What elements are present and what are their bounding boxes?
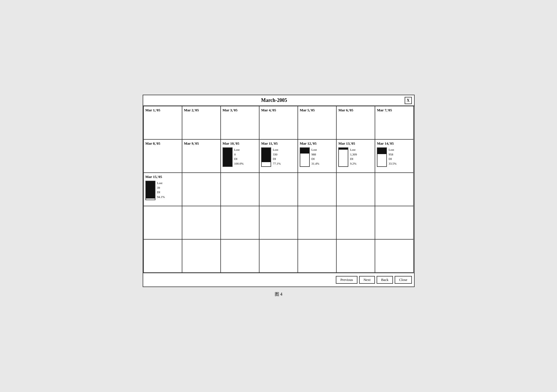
calendar-grid: Mar 1,'05Mar 2,'05Mar 3,'05Mar 4,'05Mar …	[143, 106, 414, 273]
bar-fill	[262, 148, 271, 162]
cell-date-label: Mar 7,'05	[377, 108, 412, 112]
calendar-cell[interactable]: Mar 13,'05Lost1,309DI9.2%	[337, 140, 375, 173]
calendar-cell[interactable]: Mar 10,'05Lost0DI100.0%	[221, 140, 259, 173]
calendar-cell[interactable]: Mar 1,'05	[144, 106, 182, 140]
calendar-cell[interactable]	[375, 240, 414, 273]
cell-date-label: Mar 14,'05	[377, 141, 412, 146]
calendar-window: March-2005 X Mar 1,'05Mar 2,'05Mar 3,'05…	[143, 95, 415, 287]
calendar-cell[interactable]	[375, 173, 414, 206]
previous-button[interactable]: Previous	[336, 276, 357, 284]
cell-data-content: Lost330DI77.1%	[261, 147, 296, 167]
calendar-cell[interactable]: Mar 7,'05	[375, 106, 414, 140]
bar-chart	[377, 147, 387, 167]
cell-date-label: Mar 1,'05	[145, 108, 180, 112]
calendar-cell[interactable]: Mar 6,'05	[337, 106, 375, 140]
cell-date-label: Mar 5,'05	[300, 108, 334, 112]
calendar-cell[interactable]: Mar 12,'05Lost988DI31.4%	[298, 140, 337, 173]
footer-buttons: PreviousNextBackClose	[143, 273, 414, 287]
figure-caption: 图 4	[275, 292, 283, 297]
calendar-cell[interactable]: Mar 9,'05	[182, 140, 221, 173]
calendar-cell[interactable]: Mar 3,'05	[221, 106, 259, 140]
cell-stats: Lost958DI33.5%	[389, 147, 396, 166]
bar-fill	[300, 148, 309, 154]
calendar-cell[interactable]: Mar 8,'05	[144, 140, 182, 173]
cell-data-content: Lost1,309DI9.2%	[338, 147, 373, 167]
calendar-cell[interactable]	[337, 240, 375, 273]
window-title: March-2005	[261, 97, 287, 103]
cell-stats: Lost988DI31.4%	[311, 147, 319, 166]
cell-date-label: Mar 12,'05	[300, 141, 334, 146]
calendar-cell[interactable]: Mar 4,'05	[259, 106, 298, 140]
calendar-cell[interactable]	[182, 173, 221, 206]
calendar-cell[interactable]: Mar 14,'05Lost958DI33.5%	[375, 140, 414, 173]
back-button[interactable]: Back	[377, 276, 393, 284]
bar-chart	[223, 147, 233, 167]
next-button[interactable]: Next	[359, 276, 375, 284]
calendar-cell[interactable]	[298, 240, 337, 273]
cell-date-label: Mar 8,'05	[145, 141, 180, 146]
calendar-cell[interactable]	[221, 206, 259, 240]
cell-stats: Lost39DI94.1%	[157, 181, 165, 199]
cell-stats: Lost1,309DI9.2%	[350, 147, 357, 166]
bar-chart	[145, 181, 155, 200]
bar-chart	[261, 147, 271, 167]
title-bar: March-2005 X	[143, 95, 414, 106]
cell-date-label: Mar 4,'05	[261, 108, 296, 112]
bar-chart	[300, 147, 310, 167]
cell-data-content: Lost958DI33.5%	[377, 147, 412, 167]
cell-date-label: Mar 10,'05	[223, 141, 257, 146]
calendar-cell[interactable]	[182, 240, 221, 273]
calendar-cell[interactable]: Mar 2,'05	[182, 106, 221, 140]
calendar-cell[interactable]	[144, 206, 182, 240]
calendar-cell[interactable]	[337, 173, 375, 206]
cell-data-content: Lost988DI31.4%	[300, 147, 334, 167]
cell-data-content: Lost39DI94.1%	[145, 181, 180, 200]
calendar-cell[interactable]	[298, 206, 337, 240]
calendar-cell[interactable]	[182, 206, 221, 240]
bar-fill	[339, 148, 348, 150]
cell-date-label: Mar 15,'05	[145, 175, 180, 179]
calendar-cell[interactable]	[298, 173, 337, 206]
calendar-cell[interactable]: Mar 15,'05Lost39DI94.1%	[144, 173, 182, 206]
cell-date-label: Mar 11,'05	[261, 141, 296, 146]
cell-date-label: Mar 9,'05	[184, 141, 219, 146]
bar-fill	[377, 148, 386, 154]
calendar-cell[interactable]	[337, 206, 375, 240]
close-icon-btn[interactable]: X	[405, 97, 412, 104]
cell-date-label: Mar 2,'05	[184, 108, 219, 112]
calendar-cell[interactable]: Mar 5,'05	[298, 106, 337, 140]
cell-stats: Lost330DI77.1%	[273, 147, 281, 166]
calendar-cell[interactable]: Mar 11,'05Lost330DI77.1%	[259, 140, 298, 173]
calendar-cell[interactable]	[259, 240, 298, 273]
cell-date-label: Mar 13,'05	[338, 141, 373, 146]
calendar-cell[interactable]	[221, 173, 259, 206]
cell-date-label: Mar 3,'05	[223, 108, 257, 112]
bar-fill	[146, 181, 155, 198]
close-button[interactable]: Close	[395, 276, 412, 284]
calendar-cell[interactable]	[144, 240, 182, 273]
bar-fill	[223, 148, 232, 166]
calendar-cell[interactable]	[375, 206, 414, 240]
cell-date-label: Mar 6,'05	[338, 108, 373, 112]
cell-stats: Lost0DI100.0%	[234, 147, 244, 166]
bar-chart	[338, 147, 348, 167]
calendar-cell[interactable]	[259, 173, 298, 206]
cell-data-content: Lost0DI100.0%	[223, 147, 257, 167]
calendar-cell[interactable]	[259, 206, 298, 240]
calendar-cell[interactable]	[221, 240, 259, 273]
